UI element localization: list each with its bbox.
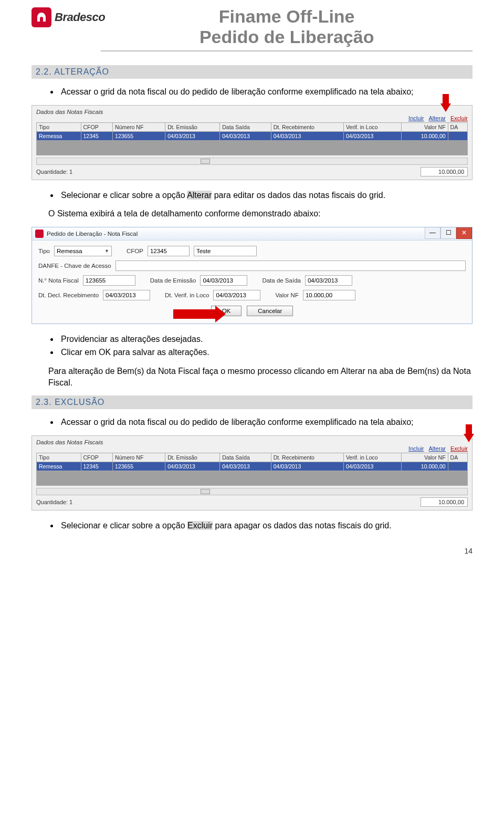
text: Selecionar e clicar sobre a opção	[61, 191, 187, 200]
red-arrow-to-ok	[173, 306, 226, 322]
link-alterar[interactable]: Alterar	[429, 445, 446, 452]
scroll-thumb[interactable]	[201, 159, 210, 164]
tipo-select[interactable]: Remessa ▼	[54, 246, 112, 256]
panel-footer: Quantidade: 1 10.000,00	[36, 167, 468, 176]
label-danfe: DANFE - Chave de Acesso	[38, 263, 111, 269]
page-number: 14	[32, 547, 472, 555]
red-arrow-icon	[440, 103, 451, 112]
bullet-list: Acessar o grid da nota fiscal ou do pedi…	[32, 416, 472, 428]
link-incluir[interactable]: Incluir	[408, 445, 424, 452]
total-box: 10.000,00	[421, 167, 468, 176]
text: para editar os dados das notas fiscais d…	[212, 191, 385, 200]
close-button[interactable]: ✕	[456, 227, 472, 239]
title-block: Finame Off-Line Pedido de Liberação	[101, 6, 472, 60]
bullet-item: Selecionar e clicar sobre a opção Exclui…	[59, 520, 472, 531]
horizontal-scrollbar[interactable]	[36, 158, 468, 165]
table-row[interactable]: Remessa 12345 123655 04/03/2013 04/03/20…	[37, 131, 468, 140]
nnota-input[interactable]	[83, 275, 135, 286]
cell-receb: 04/03/2013	[271, 131, 343, 140]
dtrec-input[interactable]	[103, 290, 150, 300]
cell-cfop: 12345	[81, 131, 113, 140]
link-excluir[interactable]: Excluir	[450, 445, 468, 452]
page-header: Bradesco Finame Off-Line Pedido de Liber…	[32, 6, 472, 60]
tipo-value: Remessa	[57, 248, 82, 254]
table-header-row: Tipo CFOP Número NF Dt. Emissão Data Saí…	[37, 453, 468, 462]
cell-saida: 04/03/2013	[220, 131, 271, 140]
dialog-screenshot: Pedido de Liberação - Nota Fiscal — ☐ ✕ …	[32, 227, 472, 324]
bullet-item: Acessar o grid da nota fiscal ou do pedi…	[59, 416, 472, 428]
col-da: DA	[448, 453, 467, 462]
col-tipo: Tipo	[37, 453, 81, 462]
maximize-button[interactable]: ☐	[440, 227, 456, 239]
bullet-item: Clicar em OK para salvar as alterações.	[59, 347, 472, 358]
minimize-button[interactable]: —	[425, 227, 440, 239]
panel-footer: Quantidade: 1 10.000,00	[36, 497, 468, 507]
col-verif: Verif. in Loco	[343, 122, 401, 131]
paragraph: Para alteração de Bem(s) da Nota Fiscal …	[48, 366, 472, 388]
col-verif: Verif. in Loco	[343, 453, 401, 462]
col-valor: Valor NF	[402, 453, 448, 462]
dtver-input[interactable]	[213, 290, 260, 300]
panel-title: Dados das Notas Fiscais	[36, 109, 468, 115]
cell-da	[448, 131, 467, 140]
link-alterar[interactable]: Alterar	[429, 115, 446, 121]
cfop-desc-input[interactable]	[194, 246, 257, 256]
notas-grid[interactable]: Tipo CFOP Número NF Dt. Emissão Data Saí…	[36, 453, 468, 486]
dialog-form: Tipo Remessa ▼ CFOP DANFE - Chave de Ace…	[32, 241, 472, 324]
label-tipo: Tipo	[38, 248, 50, 254]
cell-saida: 04/03/2013	[220, 462, 271, 471]
cell-emissao: 04/03/2013	[165, 131, 220, 140]
section-heading-22: 2.2. ALTERAÇÃO	[32, 65, 472, 79]
valor-input[interactable]	[303, 290, 355, 300]
highlight-alterar: Alterar	[187, 191, 212, 200]
app-icon	[35, 230, 44, 238]
link-excluir[interactable]: Excluir	[450, 115, 468, 121]
cell-numero: 123655	[113, 462, 165, 471]
bullet-list: Providenciar as alterações desejadas. Cl…	[32, 333, 472, 358]
col-numero: Número NF	[113, 122, 165, 131]
grid-screenshot-alterar: Dados das Notas Fiscais Incluir Alterar …	[32, 105, 472, 180]
cancel-button[interactable]: Cancelar	[247, 306, 293, 316]
label-cfop: CFOP	[127, 248, 143, 254]
bullet-item: Selecionar e clicar sobre a opção Altera…	[59, 190, 472, 201]
notas-panel: Dados das Notas Fiscais Incluir Alterar …	[32, 435, 472, 510]
qty-value: 1	[69, 169, 72, 175]
bullet-list: Acessar o grid da nota fiscal ou do pedi…	[32, 86, 472, 98]
arrow-tip-icon	[215, 306, 226, 322]
qty-label: Quantidade:	[36, 499, 68, 505]
bullet-item: Providenciar as alterações desejadas.	[59, 333, 472, 345]
brand-logo-block: Bradesco	[32, 7, 105, 27]
title-underline	[101, 50, 472, 51]
text: para apagar os dados das notas fiscais d…	[213, 521, 392, 530]
panel-title: Dados das Notas Fiscais	[36, 439, 468, 445]
bullet-list: Selecionar e clicar sobre a opção Altera…	[32, 190, 472, 201]
cfop-input[interactable]	[148, 246, 190, 256]
horizontal-scrollbar[interactable]	[36, 488, 468, 495]
col-receb: Dt. Recebimento	[271, 453, 343, 462]
col-receb: Dt. Recebimento	[271, 122, 343, 131]
paragraph: O Sistema exibirá a tela de detalhamento…	[48, 208, 472, 220]
table-header-row: Tipo CFOP Número NF Dt. Emissão Data Saí…	[37, 122, 468, 131]
text: Selecionar e clicar sobre a opção	[61, 521, 187, 530]
dtsai-input[interactable]	[305, 275, 352, 286]
doc-title-1: Finame Off-Line	[101, 6, 472, 27]
bullet-item: Acessar o grid da nota fiscal ou do pedi…	[59, 86, 472, 98]
dtemi-input[interactable]	[200, 275, 247, 286]
grid-screenshot-excluir: Dados das Notas Fiscais Incluir Alterar …	[32, 435, 472, 510]
table-row[interactable]: Remessa 12345 123655 04/03/2013 04/03/20…	[37, 462, 468, 471]
dialog-title: Pedido de Liberação - Nota Fiscal	[47, 231, 138, 237]
highlight-excluir: Excluir	[187, 521, 213, 530]
panel-action-links: Incluir Alterar Excluir	[36, 115, 468, 121]
cell-tipo: Remessa	[37, 131, 81, 140]
link-incluir[interactable]: Incluir	[408, 115, 424, 121]
dialog-titlebar[interactable]: Pedido de Liberação - Nota Fiscal — ☐ ✕	[32, 227, 472, 241]
notas-grid[interactable]: Tipo CFOP Número NF Dt. Emissão Data Saí…	[36, 122, 468, 155]
cell-numero: 123655	[113, 131, 165, 140]
label-dtver: Dt. Verif. in Loco	[165, 292, 209, 298]
danfe-input[interactable]	[116, 260, 466, 271]
cell-emissao: 04/03/2013	[165, 462, 220, 471]
red-arrow-icon	[464, 434, 474, 442]
scroll-thumb[interactable]	[201, 489, 210, 494]
table-empty-row	[37, 471, 468, 485]
label-valor: Valor NF	[275, 292, 299, 298]
